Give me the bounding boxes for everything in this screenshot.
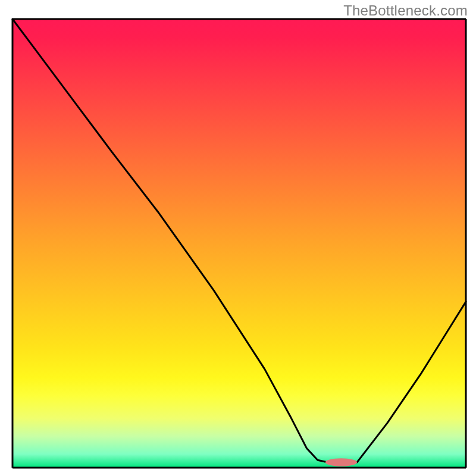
watermark-text: TheBottleneck.com <box>343 2 468 19</box>
bottleneck-chart <box>0 0 476 476</box>
plot-background <box>12 19 466 468</box>
optimal-marker <box>325 458 357 466</box>
chart-container: TheBottleneck.com <box>0 0 476 476</box>
